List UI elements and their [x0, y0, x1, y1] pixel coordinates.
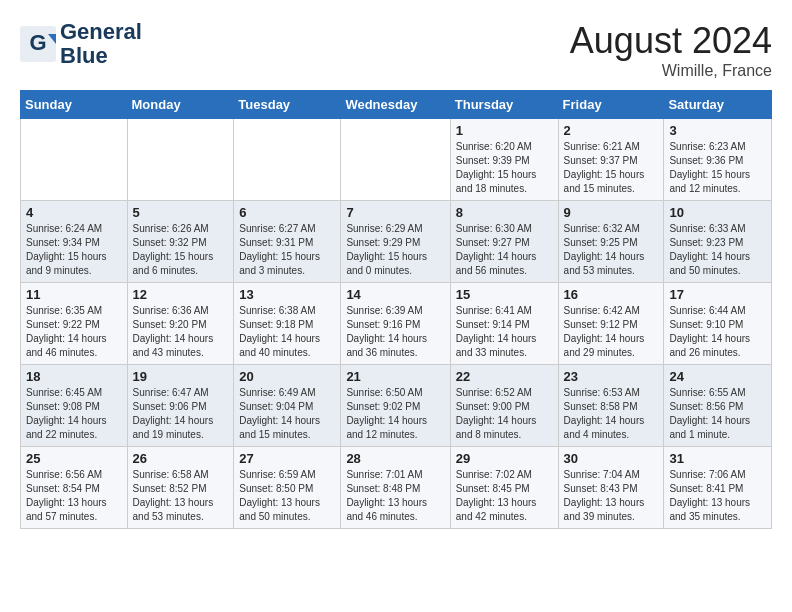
day-info: Sunrise: 6:26 AMSunset: 9:32 PMDaylight:…	[133, 222, 229, 278]
weekday-header-row: SundayMondayTuesdayWednesdayThursdayFrid…	[21, 91, 772, 119]
day-number: 29	[456, 451, 553, 466]
calendar-cell	[21, 119, 128, 201]
day-info: Sunrise: 6:56 AMSunset: 8:54 PMDaylight:…	[26, 468, 122, 524]
weekday-header-thursday: Thursday	[450, 91, 558, 119]
day-number: 6	[239, 205, 335, 220]
calendar-cell: 27Sunrise: 6:59 AMSunset: 8:50 PMDayligh…	[234, 447, 341, 529]
calendar-week-row: 11Sunrise: 6:35 AMSunset: 9:22 PMDayligh…	[21, 283, 772, 365]
calendar-cell: 12Sunrise: 6:36 AMSunset: 9:20 PMDayligh…	[127, 283, 234, 365]
day-number: 13	[239, 287, 335, 302]
calendar-cell: 16Sunrise: 6:42 AMSunset: 9:12 PMDayligh…	[558, 283, 664, 365]
day-number: 19	[133, 369, 229, 384]
calendar-cell: 8Sunrise: 6:30 AMSunset: 9:27 PMDaylight…	[450, 201, 558, 283]
calendar-cell: 9Sunrise: 6:32 AMSunset: 9:25 PMDaylight…	[558, 201, 664, 283]
calendar-cell: 7Sunrise: 6:29 AMSunset: 9:29 PMDaylight…	[341, 201, 450, 283]
day-info: Sunrise: 6:27 AMSunset: 9:31 PMDaylight:…	[239, 222, 335, 278]
day-info: Sunrise: 6:49 AMSunset: 9:04 PMDaylight:…	[239, 386, 335, 442]
calendar-cell: 28Sunrise: 7:01 AMSunset: 8:48 PMDayligh…	[341, 447, 450, 529]
calendar-cell: 24Sunrise: 6:55 AMSunset: 8:56 PMDayligh…	[664, 365, 772, 447]
page-header: G General Blue August 2024 Wimille, Fran…	[20, 20, 772, 80]
calendar-cell: 14Sunrise: 6:39 AMSunset: 9:16 PMDayligh…	[341, 283, 450, 365]
day-number: 30	[564, 451, 659, 466]
calendar-cell: 4Sunrise: 6:24 AMSunset: 9:34 PMDaylight…	[21, 201, 128, 283]
day-info: Sunrise: 6:29 AMSunset: 9:29 PMDaylight:…	[346, 222, 444, 278]
day-info: Sunrise: 7:02 AMSunset: 8:45 PMDaylight:…	[456, 468, 553, 524]
title-area: August 2024 Wimille, France	[570, 20, 772, 80]
day-info: Sunrise: 6:44 AMSunset: 9:10 PMDaylight:…	[669, 304, 766, 360]
calendar-cell: 15Sunrise: 6:41 AMSunset: 9:14 PMDayligh…	[450, 283, 558, 365]
day-number: 24	[669, 369, 766, 384]
calendar-cell: 18Sunrise: 6:45 AMSunset: 9:08 PMDayligh…	[21, 365, 128, 447]
day-number: 12	[133, 287, 229, 302]
day-number: 28	[346, 451, 444, 466]
calendar-cell: 17Sunrise: 6:44 AMSunset: 9:10 PMDayligh…	[664, 283, 772, 365]
calendar-cell: 26Sunrise: 6:58 AMSunset: 8:52 PMDayligh…	[127, 447, 234, 529]
calendar-cell: 1Sunrise: 6:20 AMSunset: 9:39 PMDaylight…	[450, 119, 558, 201]
calendar-cell: 5Sunrise: 6:26 AMSunset: 9:32 PMDaylight…	[127, 201, 234, 283]
day-number: 9	[564, 205, 659, 220]
calendar-table: SundayMondayTuesdayWednesdayThursdayFrid…	[20, 90, 772, 529]
day-number: 3	[669, 123, 766, 138]
logo-icon: G	[20, 26, 56, 62]
calendar-cell: 21Sunrise: 6:50 AMSunset: 9:02 PMDayligh…	[341, 365, 450, 447]
day-number: 5	[133, 205, 229, 220]
day-number: 15	[456, 287, 553, 302]
day-number: 17	[669, 287, 766, 302]
day-info: Sunrise: 6:45 AMSunset: 9:08 PMDaylight:…	[26, 386, 122, 442]
weekday-header-tuesday: Tuesday	[234, 91, 341, 119]
day-info: Sunrise: 6:41 AMSunset: 9:14 PMDaylight:…	[456, 304, 553, 360]
weekday-header-friday: Friday	[558, 91, 664, 119]
calendar-cell: 3Sunrise: 6:23 AMSunset: 9:36 PMDaylight…	[664, 119, 772, 201]
day-info: Sunrise: 6:36 AMSunset: 9:20 PMDaylight:…	[133, 304, 229, 360]
day-info: Sunrise: 7:04 AMSunset: 8:43 PMDaylight:…	[564, 468, 659, 524]
day-number: 7	[346, 205, 444, 220]
calendar-cell: 13Sunrise: 6:38 AMSunset: 9:18 PMDayligh…	[234, 283, 341, 365]
day-info: Sunrise: 6:47 AMSunset: 9:06 PMDaylight:…	[133, 386, 229, 442]
day-info: Sunrise: 6:50 AMSunset: 9:02 PMDaylight:…	[346, 386, 444, 442]
calendar-cell: 20Sunrise: 6:49 AMSunset: 9:04 PMDayligh…	[234, 365, 341, 447]
day-number: 27	[239, 451, 335, 466]
day-info: Sunrise: 6:32 AMSunset: 9:25 PMDaylight:…	[564, 222, 659, 278]
day-number: 2	[564, 123, 659, 138]
weekday-header-saturday: Saturday	[664, 91, 772, 119]
calendar-cell: 31Sunrise: 7:06 AMSunset: 8:41 PMDayligh…	[664, 447, 772, 529]
calendar-cell: 19Sunrise: 6:47 AMSunset: 9:06 PMDayligh…	[127, 365, 234, 447]
calendar-week-row: 1Sunrise: 6:20 AMSunset: 9:39 PMDaylight…	[21, 119, 772, 201]
calendar-cell	[127, 119, 234, 201]
weekday-header-monday: Monday	[127, 91, 234, 119]
calendar-cell: 2Sunrise: 6:21 AMSunset: 9:37 PMDaylight…	[558, 119, 664, 201]
logo: G General Blue	[20, 20, 142, 68]
day-info: Sunrise: 7:06 AMSunset: 8:41 PMDaylight:…	[669, 468, 766, 524]
calendar-week-row: 25Sunrise: 6:56 AMSunset: 8:54 PMDayligh…	[21, 447, 772, 529]
day-number: 16	[564, 287, 659, 302]
day-info: Sunrise: 6:21 AMSunset: 9:37 PMDaylight:…	[564, 140, 659, 196]
day-number: 22	[456, 369, 553, 384]
day-info: Sunrise: 6:35 AMSunset: 9:22 PMDaylight:…	[26, 304, 122, 360]
day-number: 10	[669, 205, 766, 220]
day-info: Sunrise: 6:53 AMSunset: 8:58 PMDaylight:…	[564, 386, 659, 442]
weekday-header-wednesday: Wednesday	[341, 91, 450, 119]
day-info: Sunrise: 6:20 AMSunset: 9:39 PMDaylight:…	[456, 140, 553, 196]
day-info: Sunrise: 6:33 AMSunset: 9:23 PMDaylight:…	[669, 222, 766, 278]
day-number: 26	[133, 451, 229, 466]
month-year: August 2024	[570, 20, 772, 62]
day-number: 31	[669, 451, 766, 466]
day-number: 25	[26, 451, 122, 466]
calendar-cell	[234, 119, 341, 201]
day-info: Sunrise: 6:38 AMSunset: 9:18 PMDaylight:…	[239, 304, 335, 360]
day-info: Sunrise: 6:55 AMSunset: 8:56 PMDaylight:…	[669, 386, 766, 442]
calendar-cell: 30Sunrise: 7:04 AMSunset: 8:43 PMDayligh…	[558, 447, 664, 529]
day-info: Sunrise: 6:58 AMSunset: 8:52 PMDaylight:…	[133, 468, 229, 524]
day-info: Sunrise: 6:42 AMSunset: 9:12 PMDaylight:…	[564, 304, 659, 360]
calendar-cell: 11Sunrise: 6:35 AMSunset: 9:22 PMDayligh…	[21, 283, 128, 365]
day-number: 8	[456, 205, 553, 220]
calendar-week-row: 18Sunrise: 6:45 AMSunset: 9:08 PMDayligh…	[21, 365, 772, 447]
day-info: Sunrise: 6:52 AMSunset: 9:00 PMDaylight:…	[456, 386, 553, 442]
day-number: 4	[26, 205, 122, 220]
day-number: 21	[346, 369, 444, 384]
logo-text: General Blue	[60, 20, 142, 68]
calendar-cell: 22Sunrise: 6:52 AMSunset: 9:00 PMDayligh…	[450, 365, 558, 447]
day-number: 1	[456, 123, 553, 138]
day-number: 18	[26, 369, 122, 384]
day-info: Sunrise: 7:01 AMSunset: 8:48 PMDaylight:…	[346, 468, 444, 524]
